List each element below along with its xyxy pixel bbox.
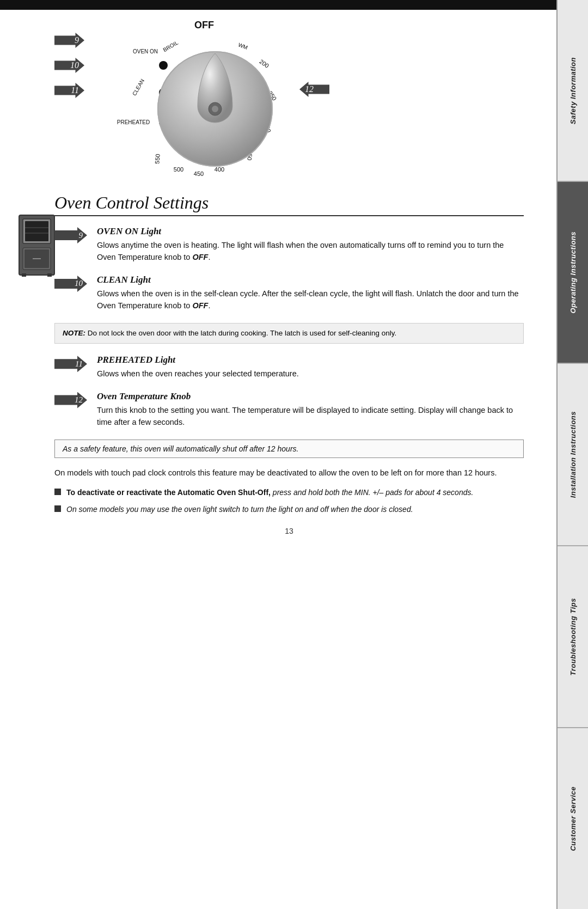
item-12-heading: Oven Temperature Knob [97, 391, 524, 402]
sidebar-operating: Operating Instructions [558, 182, 588, 364]
item-9-body: Glows anytime the oven is heating. The l… [97, 239, 524, 264]
svg-rect-31 [22, 273, 26, 277]
badge-item-11: 11 [54, 356, 87, 372]
note-strong: NOTE: [63, 329, 85, 337]
badge-10-num: 10 [70, 60, 79, 70]
item-11-heading: PREHEATED Light [97, 355, 524, 365]
item-10: 10 CLEAN Light Glows when the oven is in… [54, 274, 524, 312]
item-12-text: Oven Temperature Knob Turn this knob to … [97, 391, 524, 429]
bullet-1-square [54, 489, 61, 495]
item-11-text: PREHEATED Light Glows when the oven reac… [97, 355, 524, 380]
svg-rect-25 [25, 221, 48, 241]
svg-text:PREHEATED: PREHEATED [117, 119, 150, 125]
sidebar-customer: Customer Service [558, 728, 588, 909]
badge-item-11-num: 11 [75, 359, 83, 369]
bullet-1-bold: To deactivate or reactivate the Automati… [66, 488, 271, 497]
svg-text:550: 550 [154, 154, 161, 164]
sidebar-safety-label: Safety Information [569, 57, 577, 124]
item-11: 11 PREHEATED Light Glows when the oven r… [54, 355, 524, 380]
sidebar-installation: Installation Instructions [558, 364, 588, 546]
sidebar-troubleshooting: Troubleshooting Tips [558, 546, 588, 728]
svg-text:450: 450 [194, 170, 204, 177]
section-title: Oven Control Settings [54, 193, 209, 212]
svg-point-22 [212, 106, 218, 112]
bullet-2-italic: On some models you may use the oven ligh… [66, 505, 413, 514]
page-number: 13 [54, 527, 524, 535]
bullet-2: On some models you may use the oven ligh… [54, 504, 524, 516]
knob-labels-left: 9 10 11 [54, 33, 84, 98]
badge-item-10-num: 10 [75, 279, 83, 288]
main-content: 9 10 11 OFF OVEN ON [0, 0, 556, 909]
note-label: NOTE: [63, 329, 85, 337]
diagram-area: 9 10 11 OFF OVEN ON [0, 0, 556, 193]
badge-item-9: 9 [54, 227, 87, 243]
bullet-2-text: On some models you may use the oven ligh… [66, 504, 413, 516]
svg-text:WM: WM [237, 42, 248, 51]
badge-12-right: 12 [299, 82, 329, 97]
sidebar: Safety Information Operating Instruction… [556, 0, 588, 909]
svg-text:200: 200 [258, 58, 270, 69]
item-12: 12 Oven Temperature Knob Turn this knob … [54, 391, 524, 429]
bullet-2-square [54, 505, 61, 512]
note-text: Do not lock the oven door with the latch… [85, 329, 396, 337]
oven-svg [16, 212, 57, 278]
arrow-12: 12 [299, 82, 329, 97]
sidebar-operating-label: Operating Instructions [569, 231, 577, 313]
badge-10: 10 [54, 58, 84, 73]
section-title-area: Oven Control Settings [54, 193, 524, 216]
item-10-body: Glows when the oven is in the self-clean… [97, 288, 524, 312]
item-9-heading: OVEN ON Light [97, 226, 524, 237]
item-9: 9 OVEN ON Light Glows anytime the oven i… [54, 226, 524, 264]
badge-11: 11 [54, 83, 84, 98]
arrow-9: 9 [54, 33, 84, 48]
knob-svg: OFF OVEN ON BROIL WM CLEAN 200 250 300 [101, 16, 308, 185]
sidebar-safety: Safety Information [558, 0, 588, 182]
item-11-body: Glows when the oven reaches your selecte… [97, 368, 524, 380]
svg-text:500: 500 [174, 166, 183, 173]
item-10-heading: CLEAN Light [97, 274, 524, 285]
item-10-text: CLEAN Light Glows when the oven is in th… [97, 274, 524, 312]
item-9-text: OVEN ON Light Glows anytime the oven is … [97, 226, 524, 264]
badge-11-num: 11 [71, 86, 79, 95]
badge-item-10: 10 [54, 276, 87, 292]
sidebar-troubleshooting-label: Troubleshooting Tips [569, 598, 577, 675]
arrow-10: 10 [54, 58, 84, 73]
sidebar-customer-label: Customer Service [569, 786, 577, 851]
svg-text:BROIL: BROIL [162, 39, 180, 53]
svg-text:OVEN ON: OVEN ON [133, 48, 158, 54]
bullet-1-text: To deactivate or reactivate the Automati… [66, 487, 473, 499]
note-box: NOTE: Do not lock the oven door with the… [54, 323, 524, 344]
bullet-1: To deactivate or reactivate the Automati… [54, 487, 524, 499]
badge-12-num: 12 [305, 84, 314, 94]
oven-illustration [16, 212, 57, 280]
badge-9-num: 9 [75, 35, 79, 45]
arrow-11: 11 [54, 83, 84, 98]
sidebar-installation-label: Installation Instructions [569, 411, 577, 498]
item-12-body: Turn this knob to the setting you want. … [97, 404, 524, 429]
knob-container: OFF OVEN ON BROIL WM CLEAN 200 250 300 [101, 16, 308, 187]
badge-9: 9 [54, 33, 84, 48]
svg-text:400: 400 [215, 166, 224, 173]
svg-rect-32 [47, 273, 52, 277]
bullet-1-italic: press and hold both the MIN. +/– pads fo… [271, 488, 473, 497]
safety-italic: As a safety feature, this oven will auto… [54, 440, 524, 458]
content-area: 9 OVEN ON Light Glows anytime the oven i… [0, 226, 556, 535]
svg-point-2 [159, 61, 168, 70]
badge-item-12: 12 [54, 392, 87, 408]
svg-text:OFF: OFF [194, 20, 214, 30]
badge-item-12-num: 12 [75, 395, 83, 405]
badge-item-9-num: 9 [79, 231, 83, 240]
para-1: On models with touch pad clock controls … [54, 467, 524, 479]
svg-text:CLEAN: CLEAN [131, 78, 145, 96]
